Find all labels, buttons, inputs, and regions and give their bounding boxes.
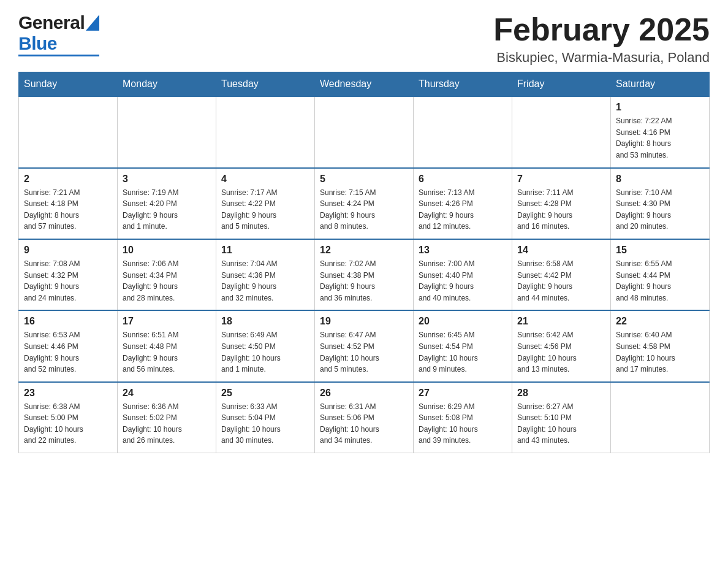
calendar-cell: 8Sunrise: 7:10 AM Sunset: 4:30 PM Daylig… (611, 168, 710, 239)
calendar-cell: 3Sunrise: 7:19 AM Sunset: 4:20 PM Daylig… (118, 168, 216, 239)
calendar-cell: 10Sunrise: 7:06 AM Sunset: 4:34 PM Dayli… (118, 239, 216, 310)
day-number: 3 (123, 174, 211, 185)
day-number: 17 (123, 316, 211, 327)
logo-underline (18, 55, 99, 56)
day-header-saturday: Saturday (611, 72, 710, 97)
day-info: Sunrise: 6:31 AM Sunset: 5:06 PM Dayligh… (320, 401, 408, 446)
day-number: 24 (123, 388, 211, 399)
day-header-sunday: Sunday (19, 72, 118, 97)
day-number: 19 (320, 316, 408, 327)
days-header-row: SundayMondayTuesdayWednesdayThursdayFrid… (19, 72, 710, 97)
day-header-tuesday: Tuesday (216, 72, 315, 97)
calendar-cell: 24Sunrise: 6:36 AM Sunset: 5:02 PM Dayli… (118, 382, 216, 453)
day-info: Sunrise: 6:40 AM Sunset: 4:58 PM Dayligh… (616, 329, 704, 375)
calendar-table: SundayMondayTuesdayWednesdayThursdayFrid… (18, 72, 710, 453)
day-info: Sunrise: 6:58 AM Sunset: 4:42 PM Dayligh… (517, 258, 605, 304)
day-info: Sunrise: 6:55 AM Sunset: 4:44 PM Dayligh… (616, 258, 704, 304)
day-number: 18 (221, 316, 309, 327)
day-number: 2 (24, 174, 112, 185)
calendar-cell: 19Sunrise: 6:47 AM Sunset: 4:52 PM Dayli… (315, 310, 414, 381)
calendar-cell: 4Sunrise: 7:17 AM Sunset: 4:22 PM Daylig… (216, 168, 315, 239)
calendar-cell: 28Sunrise: 6:27 AM Sunset: 5:10 PM Dayli… (512, 382, 611, 453)
logo-triangle-icon (86, 15, 99, 31)
day-info: Sunrise: 6:51 AM Sunset: 4:48 PM Dayligh… (123, 329, 211, 375)
calendar-cell (512, 96, 611, 167)
calendar-cell: 21Sunrise: 6:42 AM Sunset: 4:56 PM Dayli… (512, 310, 611, 381)
calendar-cell: 20Sunrise: 6:45 AM Sunset: 4:54 PM Dayli… (414, 310, 512, 381)
week-row-4: 16Sunrise: 6:53 AM Sunset: 4:46 PM Dayli… (19, 310, 710, 381)
day-info: Sunrise: 7:21 AM Sunset: 4:18 PM Dayligh… (24, 187, 112, 232)
day-number: 12 (320, 245, 408, 256)
day-number: 25 (221, 388, 309, 399)
calendar-cell: 15Sunrise: 6:55 AM Sunset: 4:44 PM Dayli… (611, 239, 710, 310)
calendar-cell: 6Sunrise: 7:13 AM Sunset: 4:26 PM Daylig… (414, 168, 512, 239)
day-number: 27 (419, 388, 507, 399)
calendar-cell: 26Sunrise: 6:31 AM Sunset: 5:06 PM Dayli… (315, 382, 414, 453)
calendar-cell (19, 96, 118, 167)
title-area: February 2025 Biskupiec, Warmia-Masuria,… (493, 12, 710, 66)
day-info: Sunrise: 7:06 AM Sunset: 4:34 PM Dayligh… (123, 258, 211, 304)
day-info: Sunrise: 7:00 AM Sunset: 4:40 PM Dayligh… (419, 258, 507, 304)
logo: General Blue (18, 12, 99, 56)
logo-blue-text: Blue (18, 33, 57, 54)
calendar-cell: 1Sunrise: 7:22 AM Sunset: 4:16 PM Daylig… (611, 96, 710, 167)
calendar-cell (315, 96, 414, 167)
day-number: 7 (517, 174, 605, 185)
day-number: 26 (320, 388, 408, 399)
day-info: Sunrise: 7:08 AM Sunset: 4:32 PM Dayligh… (24, 258, 112, 304)
day-number: 21 (517, 316, 605, 327)
day-info: Sunrise: 6:45 AM Sunset: 4:54 PM Dayligh… (419, 329, 507, 375)
day-info: Sunrise: 6:33 AM Sunset: 5:04 PM Dayligh… (221, 401, 309, 446)
location-title: Biskupiec, Warmia-Masuria, Poland (493, 50, 710, 66)
day-number: 6 (419, 174, 507, 185)
calendar-cell: 5Sunrise: 7:15 AM Sunset: 4:24 PM Daylig… (315, 168, 414, 239)
calendar-cell (118, 96, 216, 167)
calendar-cell: 12Sunrise: 7:02 AM Sunset: 4:38 PM Dayli… (315, 239, 414, 310)
day-number: 15 (616, 245, 704, 256)
day-number: 10 (123, 245, 211, 256)
day-number: 5 (320, 174, 408, 185)
day-number: 14 (517, 245, 605, 256)
day-number: 20 (419, 316, 507, 327)
day-info: Sunrise: 7:10 AM Sunset: 4:30 PM Dayligh… (616, 187, 704, 232)
day-number: 11 (221, 245, 309, 256)
calendar-cell: 7Sunrise: 7:11 AM Sunset: 4:28 PM Daylig… (512, 168, 611, 239)
calendar-cell (611, 382, 710, 453)
day-number: 22 (616, 316, 704, 327)
calendar-cell: 11Sunrise: 7:04 AM Sunset: 4:36 PM Dayli… (216, 239, 315, 310)
week-row-5: 23Sunrise: 6:38 AM Sunset: 5:00 PM Dayli… (19, 382, 710, 453)
calendar-cell (216, 96, 315, 167)
calendar-cell: 18Sunrise: 6:49 AM Sunset: 4:50 PM Dayli… (216, 310, 315, 381)
calendar-cell: 17Sunrise: 6:51 AM Sunset: 4:48 PM Dayli… (118, 310, 216, 381)
calendar-cell: 13Sunrise: 7:00 AM Sunset: 4:40 PM Dayli… (414, 239, 512, 310)
day-info: Sunrise: 7:11 AM Sunset: 4:28 PM Dayligh… (517, 187, 605, 232)
day-info: Sunrise: 7:19 AM Sunset: 4:20 PM Dayligh… (123, 187, 211, 232)
svg-marker-0 (86, 15, 99, 31)
day-info: Sunrise: 7:15 AM Sunset: 4:24 PM Dayligh… (320, 187, 408, 232)
day-info: Sunrise: 7:02 AM Sunset: 4:38 PM Dayligh… (320, 258, 408, 304)
day-header-wednesday: Wednesday (315, 72, 414, 97)
day-info: Sunrise: 6:29 AM Sunset: 5:08 PM Dayligh… (419, 401, 507, 446)
day-info: Sunrise: 7:04 AM Sunset: 4:36 PM Dayligh… (221, 258, 309, 304)
week-row-1: 1Sunrise: 7:22 AM Sunset: 4:16 PM Daylig… (19, 96, 710, 167)
week-row-2: 2Sunrise: 7:21 AM Sunset: 4:18 PM Daylig… (19, 168, 710, 239)
calendar-cell: 25Sunrise: 6:33 AM Sunset: 5:04 PM Dayli… (216, 382, 315, 453)
month-title: February 2025 (493, 12, 710, 47)
day-number: 8 (616, 174, 704, 185)
day-number: 9 (24, 245, 112, 256)
day-info: Sunrise: 6:27 AM Sunset: 5:10 PM Dayligh… (517, 401, 605, 446)
day-info: Sunrise: 7:17 AM Sunset: 4:22 PM Dayligh… (221, 187, 309, 232)
day-info: Sunrise: 7:22 AM Sunset: 4:16 PM Dayligh… (616, 115, 704, 161)
day-header-monday: Monday (118, 72, 216, 97)
day-info: Sunrise: 6:36 AM Sunset: 5:02 PM Dayligh… (123, 401, 211, 446)
day-number: 16 (24, 316, 112, 327)
calendar-cell: 2Sunrise: 7:21 AM Sunset: 4:18 PM Daylig… (19, 168, 118, 239)
day-info: Sunrise: 6:47 AM Sunset: 4:52 PM Dayligh… (320, 329, 408, 375)
logo-general-text: General (18, 12, 85, 33)
day-header-friday: Friday (512, 72, 611, 97)
day-number: 23 (24, 388, 112, 399)
calendar-cell: 16Sunrise: 6:53 AM Sunset: 4:46 PM Dayli… (19, 310, 118, 381)
calendar-cell: 22Sunrise: 6:40 AM Sunset: 4:58 PM Dayli… (611, 310, 710, 381)
day-info: Sunrise: 6:42 AM Sunset: 4:56 PM Dayligh… (517, 329, 605, 375)
day-number: 1 (616, 102, 704, 113)
